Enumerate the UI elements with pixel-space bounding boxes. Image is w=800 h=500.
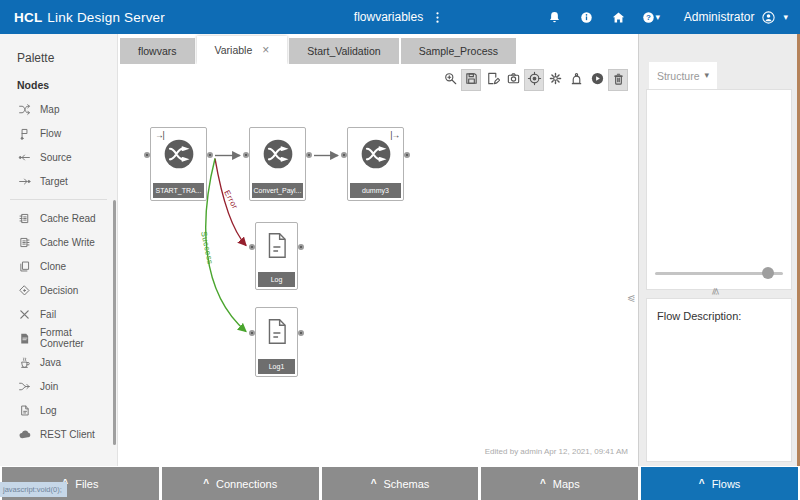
node-port-left[interactable] bbox=[243, 152, 249, 158]
caret-up-icon: ^ bbox=[699, 479, 705, 489]
caret-down-icon: ▾ bbox=[783, 13, 788, 22]
header-actions: ?▾ Administrator ▾ bbox=[546, 0, 788, 34]
run-icon bbox=[590, 71, 605, 89]
format-converter-icon bbox=[17, 331, 31, 345]
palette-item-label: Cache Read bbox=[40, 213, 96, 224]
settings-icon bbox=[548, 71, 563, 89]
flow-node-log1[interactable]: Log1 bbox=[255, 307, 298, 377]
notifications-button[interactable] bbox=[546, 9, 563, 26]
flow-node-convert-payl[interactable]: Convert_Payl... bbox=[249, 127, 306, 201]
validate-icon bbox=[569, 71, 584, 89]
palette-sidebar: Palette Nodes MapFlowSourceTargetCache R… bbox=[0, 34, 118, 466]
app-header: HCL Link Design Server flowvariables ?▾ … bbox=[0, 0, 800, 34]
palette-item-target[interactable]: Target bbox=[0, 169, 117, 193]
palette-item-label: Clone bbox=[40, 261, 66, 272]
log-node-icon bbox=[264, 317, 289, 350]
drawer-button-label: Connections bbox=[216, 478, 277, 490]
panel-resize-handle-vertical[interactable]: ⩿ bbox=[627, 294, 635, 301]
cache-write-icon bbox=[17, 235, 31, 249]
user-name: Administrator bbox=[684, 10, 755, 24]
node-label: Convert_Payl... bbox=[252, 183, 303, 198]
java-icon bbox=[17, 355, 31, 369]
palette-item-cache-read[interactable]: Cache Read bbox=[0, 206, 117, 230]
drawer-button-flows[interactable]: ^Flows bbox=[641, 467, 798, 500]
drawer-button-connections[interactable]: ^Connections bbox=[162, 467, 319, 500]
structure-minimap[interactable] bbox=[646, 89, 792, 290]
node-port-right[interactable] bbox=[207, 152, 213, 158]
zoom-button[interactable] bbox=[440, 69, 460, 91]
flow-canvas[interactable]: ErrorSuccess →|START_TRA...Convert_Payl.… bbox=[118, 64, 638, 466]
palette-item-log[interactable]: Log bbox=[0, 398, 117, 422]
palette-item-cache-write[interactable]: Cache Write bbox=[0, 230, 117, 254]
node-port-right[interactable] bbox=[298, 244, 304, 250]
node-port-right[interactable] bbox=[298, 330, 304, 336]
center-view-button[interactable] bbox=[524, 69, 544, 91]
user-menu[interactable]: Administrator ▾ bbox=[684, 9, 788, 26]
node-port-right[interactable] bbox=[306, 152, 312, 158]
drawer-button-label: Maps bbox=[553, 478, 580, 490]
palette-item-join[interactable]: Join bbox=[0, 374, 117, 398]
decision-icon bbox=[17, 283, 31, 297]
settings-button[interactable] bbox=[545, 69, 565, 91]
run-button[interactable] bbox=[587, 69, 607, 91]
structure-panel: Structure ▾ ⩿ Flow Description: bbox=[638, 34, 797, 466]
tab-variable[interactable]: Variable× bbox=[197, 36, 288, 64]
palette-item-fail[interactable]: Fail bbox=[0, 302, 117, 326]
flow-node-start-tra[interactable]: →|START_TRA... bbox=[150, 127, 207, 201]
palette-item-java[interactable]: Java bbox=[0, 350, 117, 374]
home-button[interactable] bbox=[610, 9, 627, 26]
palette-item-map[interactable]: Map bbox=[0, 97, 117, 121]
map-icon bbox=[17, 102, 31, 116]
save-as-button[interactable] bbox=[482, 69, 502, 91]
structure-tab[interactable]: Structure ▾ bbox=[649, 62, 717, 89]
palette-item-label: Format Converter bbox=[40, 327, 117, 349]
palette-item-flow[interactable]: Flow bbox=[0, 121, 117, 145]
zoom-slider-handle[interactable] bbox=[762, 267, 774, 279]
caret-up-icon: ^ bbox=[540, 479, 546, 489]
tab-sample-process[interactable]: Sample_Process bbox=[401, 38, 516, 64]
avatar-icon bbox=[760, 9, 777, 26]
output-indicator-icon: |→ bbox=[390, 130, 399, 140]
kebab-vertical-icon[interactable] bbox=[429, 9, 446, 26]
close-icon[interactable]: × bbox=[262, 44, 269, 56]
node-port-left[interactable] bbox=[249, 244, 255, 250]
delete-button[interactable] bbox=[608, 69, 628, 91]
node-port-left[interactable] bbox=[249, 330, 255, 336]
palette-item-source[interactable]: Source bbox=[0, 145, 117, 169]
node-port-left[interactable] bbox=[144, 152, 150, 158]
save-button[interactable] bbox=[461, 69, 481, 91]
palette-item-label: REST Client bbox=[40, 429, 95, 440]
node-body bbox=[250, 128, 305, 183]
info-button[interactable] bbox=[578, 9, 595, 26]
palette-item-format-converter[interactable]: Format Converter bbox=[0, 326, 117, 350]
palette-item-label: Join bbox=[40, 381, 58, 392]
node-port-left[interactable] bbox=[341, 152, 347, 158]
zoom-slider[interactable] bbox=[655, 267, 783, 279]
node-label: Log bbox=[258, 272, 295, 287]
validate-button[interactable] bbox=[566, 69, 586, 91]
tab-strip: flowvarsVariable×Start_ValidationSample_… bbox=[120, 34, 516, 64]
drawer-button-schemas[interactable]: ^Schemas bbox=[322, 467, 479, 500]
flow-description-panel[interactable]: Flow Description: bbox=[646, 298, 792, 462]
log-icon bbox=[17, 403, 31, 417]
flow-node-dummy3[interactable]: |→dummy3 bbox=[347, 127, 404, 201]
snapshot-button[interactable] bbox=[503, 69, 523, 91]
map-node-icon bbox=[359, 137, 393, 175]
info-icon bbox=[578, 9, 595, 26]
cache-read-icon bbox=[17, 211, 31, 225]
node-body bbox=[256, 223, 297, 272]
palette-item-label: Log bbox=[40, 405, 57, 416]
tab-flowvars[interactable]: flowvars bbox=[120, 38, 195, 64]
tab-start-validation[interactable]: Start_Validation bbox=[289, 38, 398, 64]
palette-scrollbar[interactable] bbox=[113, 200, 116, 445]
node-port-right[interactable] bbox=[404, 152, 410, 158]
flow-node-log[interactable]: Log bbox=[255, 222, 298, 290]
help-button[interactable]: ?▾ bbox=[642, 9, 659, 26]
drawer-button-maps[interactable]: ^Maps bbox=[481, 467, 638, 500]
notifications-icon bbox=[546, 9, 563, 26]
palette-item-rest-client[interactable]: REST Client bbox=[0, 422, 117, 446]
palette-item-decision[interactable]: Decision bbox=[0, 278, 117, 302]
palette-item-clone[interactable]: Clone bbox=[0, 254, 117, 278]
panel-resize-handle-horizontal[interactable]: ⩿ bbox=[711, 287, 722, 295]
flow-description-label: Flow Description: bbox=[647, 299, 791, 322]
